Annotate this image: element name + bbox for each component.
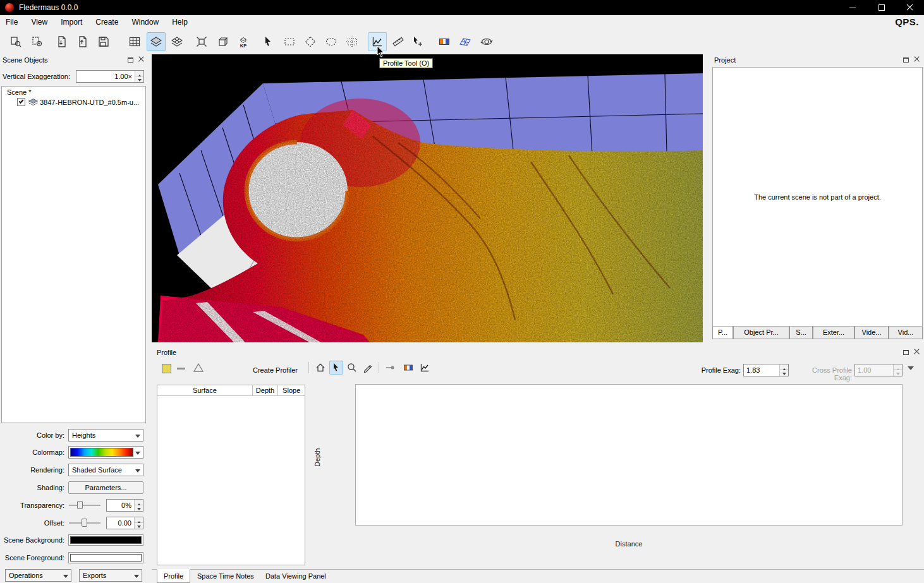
spin-down-icon[interactable] — [134, 523, 143, 529]
spin-up-icon[interactable] — [134, 500, 143, 505]
profile-color-swatch[interactable] — [162, 364, 171, 373]
menu-view[interactable]: View — [25, 15, 53, 29]
menu-file[interactable]: File — [0, 15, 23, 29]
profile-measure-button[interactable] — [383, 361, 397, 375]
tab-data-viewing-panel[interactable]: Data Viewing Panel — [259, 570, 332, 583]
marquee-select-button[interactable] — [343, 32, 362, 51]
minimize-button[interactable] — [838, 0, 867, 15]
profile-table: Surface Depth Slope — [157, 385, 305, 565]
profile-tool-button[interactable] — [368, 32, 387, 51]
spin-down-icon[interactable] — [135, 76, 143, 82]
transparency-spinbox[interactable]: 0% — [106, 499, 143, 512]
scene-item-label[interactable]: 3847-HEBRON-UTD_#0.5m-u... — [40, 99, 139, 106]
menu-help[interactable]: Help — [166, 15, 193, 29]
profile-line-style-icon[interactable] — [177, 368, 185, 370]
export-document-button[interactable] — [73, 32, 92, 51]
float-panel-icon[interactable] — [903, 57, 909, 63]
transparency-row: Transparency: 0% — [0, 499, 147, 512]
tab-external[interactable]: Exter... — [813, 327, 854, 339]
profile-graph-button[interactable] — [418, 361, 432, 375]
color-by-combo[interactable]: Heights — [68, 429, 143, 442]
slider-handle[interactable] — [77, 501, 83, 509]
exports-dropdown[interactable]: Exports — [79, 569, 142, 582]
column-slope[interactable]: Slope — [278, 385, 305, 395]
close-button[interactable] — [895, 0, 924, 15]
surface-grid-button[interactable] — [456, 32, 475, 51]
spin-up-icon — [893, 364, 902, 370]
tab-video-2[interactable]: Vid... — [889, 327, 923, 339]
scene-root-label[interactable]: Scene * — [7, 88, 32, 96]
save-button[interactable] — [94, 32, 113, 51]
collapse-panel-icon[interactable] — [908, 366, 914, 373]
column-surface[interactable]: Surface — [157, 385, 253, 395]
rect-select-icon — [283, 35, 296, 48]
colormap-preview — [70, 448, 133, 457]
tab-space-time-notes[interactable]: Space Time Notes — [191, 570, 260, 583]
menu-create[interactable]: Create — [90, 15, 124, 29]
column-depth[interactable]: Depth — [253, 385, 279, 395]
profile-zoom-button[interactable] — [345, 361, 359, 375]
tab-profile[interactable]: Profile — [157, 569, 190, 583]
shading-parameters-button[interactable]: Parameters... — [68, 481, 143, 494]
surface-layer-button[interactable] — [147, 32, 166, 51]
tab-project[interactable]: P... — [712, 327, 733, 339]
menu-import[interactable]: Import — [55, 15, 88, 29]
zoom-extents-button[interactable] — [192, 32, 211, 51]
shading-row: Shading: Parameters... — [0, 481, 147, 494]
spin-up-icon[interactable] — [779, 364, 788, 370]
float-panel-icon[interactable] — [128, 57, 133, 63]
capture-region-button[interactable] — [28, 32, 47, 51]
wireframe-layer-button[interactable] — [167, 32, 186, 51]
tab-object-properties[interactable]: Object Pr... — [733, 327, 789, 339]
maximize-button[interactable] — [867, 0, 896, 15]
rect-select-button[interactable] — [280, 32, 299, 51]
offset-slider[interactable] — [68, 517, 101, 529]
spin-up-icon[interactable] — [135, 71, 143, 76]
scene-foreground-swatch[interactable] — [68, 552, 143, 563]
rendering-combo[interactable]: Shaded Surface — [68, 464, 143, 476]
colormap-combo[interactable] — [68, 446, 143, 459]
turntable-button[interactable] — [477, 32, 496, 51]
item-checkbox[interactable] — [17, 98, 25, 106]
operations-dropdown[interactable]: Operations — [5, 569, 71, 582]
create-profiler-button[interactable]: Create Profiler — [253, 366, 298, 374]
spin-down-icon[interactable] — [134, 505, 143, 511]
import-document-button[interactable] — [52, 32, 71, 51]
3d-viewport[interactable] — [152, 54, 703, 342]
profile-plot[interactable] — [355, 384, 903, 526]
project-tab-bar: P... Object Pr... S... Exter... Vide... … — [712, 327, 923, 339]
menu-window[interactable]: Window — [126, 15, 164, 29]
close-panel-icon[interactable] — [914, 349, 920, 355]
transparency-slider[interactable] — [68, 499, 101, 512]
close-panel-icon[interactable] — [914, 56, 920, 63]
table-button[interactable] — [125, 32, 144, 51]
scene-background-swatch[interactable] — [68, 534, 143, 546]
spin-down-icon[interactable] — [779, 370, 788, 376]
lasso-select-button[interactable] — [322, 32, 341, 51]
vertical-exaggeration-spinbox[interactable]: 1.00× — [76, 70, 144, 83]
kp-cube-button[interactable]: KP — [234, 32, 253, 51]
tab-video-1[interactable]: Vide... — [854, 327, 889, 339]
ruler-button[interactable] — [389, 32, 408, 51]
pick-point-button[interactable] — [408, 32, 427, 51]
cube-button[interactable] — [213, 32, 232, 51]
profile-triangle-marker-icon[interactable] — [193, 363, 204, 373]
profile-select-button[interactable] — [329, 361, 343, 375]
colormap-button[interactable] — [435, 32, 454, 51]
profile-exag-spinbox[interactable]: 1.83 — [743, 364, 789, 376]
diamond-select-button[interactable] — [301, 32, 320, 51]
profile-home-button[interactable] — [313, 361, 327, 375]
slider-handle[interactable] — [82, 519, 87, 527]
main-toolbar: KP — [0, 30, 924, 54]
profile-colormap-button[interactable] — [401, 361, 415, 375]
offset-spinbox[interactable]: 0.00 — [106, 517, 143, 529]
tab-s[interactable]: S... — [789, 327, 813, 339]
offset-row: Offset: 0.00 — [0, 517, 147, 529]
close-panel-icon[interactable] — [138, 56, 145, 63]
spin-up-icon[interactable] — [134, 517, 143, 523]
float-panel-icon[interactable] — [903, 350, 909, 355]
profile-edit-button[interactable] — [361, 361, 375, 375]
capture-scene-button[interactable] — [6, 32, 25, 51]
scene-tree[interactable]: Scene * 3847-HEBRON-UTD_#0.5m-u... — [1, 86, 146, 423]
pointer-button[interactable] — [258, 32, 277, 51]
